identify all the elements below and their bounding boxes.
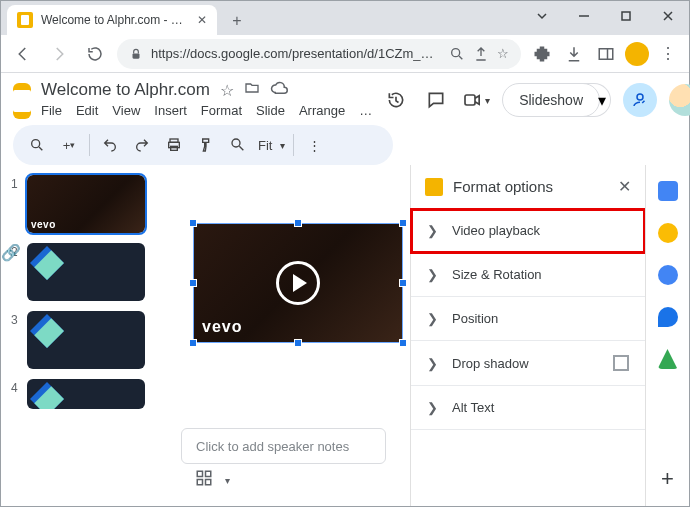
- slideshow-label: Slideshow: [519, 92, 583, 108]
- more-tools-icon[interactable]: ⋮: [302, 133, 326, 157]
- slide-number: 4: [11, 379, 21, 395]
- slides-header: Welcome to Alphr.com ☆ File Edit View In…: [1, 73, 689, 119]
- reload-button[interactable]: [81, 40, 109, 68]
- browser-profile-avatar[interactable]: [625, 42, 649, 66]
- slide-thumb-1[interactable]: 1 vevo: [11, 175, 145, 233]
- workspace: 🔗 1 vevo 2 3 4 vevo: [1, 165, 689, 506]
- resize-handle[interactable]: [189, 339, 197, 347]
- slide-thumb-2[interactable]: 2: [11, 243, 145, 301]
- paint-format-icon[interactable]: [194, 133, 218, 157]
- zoom-level[interactable]: Fit: [258, 138, 272, 153]
- grid-view-icon[interactable]: [195, 469, 213, 491]
- resize-handle[interactable]: [294, 339, 302, 347]
- resize-handle[interactable]: [399, 339, 407, 347]
- alt-text-row[interactable]: ❯ Alt Text: [411, 386, 645, 430]
- search-in-page-icon[interactable]: [449, 46, 465, 62]
- menu-view[interactable]: View: [112, 103, 140, 118]
- account-avatar[interactable]: [669, 84, 690, 116]
- menu-arrange[interactable]: Arrange: [299, 103, 345, 118]
- maximize-icon[interactable]: [609, 2, 643, 30]
- new-slide-icon[interactable]: +▾: [57, 133, 81, 157]
- slideshow-dropdown[interactable]: ▾: [583, 83, 611, 117]
- url-text: https://docs.google.com/presentation/d/1…: [151, 46, 441, 61]
- svg-rect-18: [206, 480, 211, 485]
- kebab-menu-icon[interactable]: ⋮: [655, 41, 681, 67]
- tab-title: Welcome to Alphr.com - Google: [41, 13, 189, 27]
- filmstrip: 🔗 1 vevo 2 3 4: [1, 165, 151, 506]
- keep-icon[interactable]: [658, 223, 678, 243]
- row-label: Video playback: [452, 223, 540, 238]
- meet-icon[interactable]: ▾: [462, 86, 490, 114]
- chevron-right-icon: ❯: [427, 356, 438, 371]
- vevo-logo-icon: vevo: [202, 318, 242, 336]
- menu-insert[interactable]: Insert: [154, 103, 187, 118]
- svg-rect-1: [622, 12, 630, 20]
- browser-tab[interactable]: Welcome to Alphr.com - Google ✕: [7, 5, 217, 35]
- minimize-icon[interactable]: [567, 2, 601, 30]
- bookmark-icon[interactable]: ☆: [497, 46, 509, 61]
- tasks-icon[interactable]: [658, 265, 678, 285]
- downloads-icon[interactable]: [561, 41, 587, 67]
- cloud-status-icon[interactable]: [270, 79, 288, 101]
- resize-handle[interactable]: [399, 219, 407, 227]
- format-options-panel: Format options ✕ ❯ Video playback ❯ Size…: [410, 165, 645, 506]
- slide-canvas[interactable]: vevo Click to add speaker notes ▾: [151, 165, 410, 506]
- new-tab-button[interactable]: +: [223, 7, 251, 35]
- drop-shadow-checkbox[interactable]: [613, 355, 629, 371]
- side-panel-icon[interactable]: [593, 41, 619, 67]
- slide-thumb-4[interactable]: 4: [11, 379, 145, 409]
- position-row[interactable]: ❯ Position: [411, 297, 645, 341]
- svg-rect-7: [465, 95, 475, 105]
- calendar-icon[interactable]: [658, 181, 678, 201]
- search-menus-icon[interactable]: [25, 133, 49, 157]
- close-tab-icon[interactable]: ✕: [197, 13, 207, 27]
- add-addon-icon[interactable]: +: [661, 466, 674, 506]
- menu-format[interactable]: Format: [201, 103, 242, 118]
- slides-favicon-icon: [17, 12, 33, 28]
- redo-icon[interactable]: [130, 133, 154, 157]
- resize-handle[interactable]: [294, 219, 302, 227]
- resize-handle[interactable]: [189, 279, 197, 287]
- slide-number: 3: [11, 311, 21, 327]
- extensions-icon[interactable]: [529, 41, 555, 67]
- selected-video[interactable]: vevo: [193, 223, 403, 343]
- undo-icon[interactable]: [98, 133, 122, 157]
- vevo-logo-icon: vevo: [31, 219, 56, 230]
- editor-toolbar: +▾ Fit▾ ⋮: [13, 125, 393, 165]
- comments-icon[interactable]: [422, 86, 450, 114]
- resize-handle[interactable]: [399, 279, 407, 287]
- doc-title[interactable]: Welcome to Alphr.com: [41, 80, 210, 100]
- star-icon[interactable]: ☆: [220, 81, 234, 100]
- row-label: Position: [452, 311, 498, 326]
- close-icon[interactable]: [651, 2, 685, 30]
- contacts-icon[interactable]: [658, 307, 678, 327]
- resize-handle[interactable]: [189, 219, 197, 227]
- chevron-down-icon[interactable]: [525, 2, 559, 30]
- drop-shadow-row[interactable]: ❯ Drop shadow: [411, 341, 645, 386]
- slides-app-icon[interactable]: [13, 83, 31, 119]
- browser-address-bar: https://docs.google.com/presentation/d/1…: [1, 35, 689, 73]
- video-playback-row[interactable]: ❯ Video playback: [411, 209, 645, 253]
- url-input[interactable]: https://docs.google.com/presentation/d/1…: [117, 39, 521, 69]
- size-rotation-row[interactable]: ❯ Size & Rotation: [411, 253, 645, 297]
- close-panel-icon[interactable]: ✕: [618, 177, 631, 196]
- menu-file[interactable]: File: [41, 103, 62, 118]
- history-icon[interactable]: [382, 86, 410, 114]
- play-icon[interactable]: [276, 261, 320, 305]
- share-page-icon[interactable]: [473, 46, 489, 62]
- menu-edit[interactable]: Edit: [76, 103, 98, 118]
- maps-icon[interactable]: [658, 349, 678, 369]
- share-button[interactable]: [623, 83, 657, 117]
- zoom-tool-icon[interactable]: [226, 133, 250, 157]
- browser-actions: ⋮: [529, 41, 681, 67]
- header-actions: ▾ Slideshow ▾: [382, 79, 690, 117]
- speaker-notes[interactable]: Click to add speaker notes: [181, 428, 386, 464]
- slide-thumb-3[interactable]: 3: [11, 311, 145, 369]
- forward-button[interactable]: [45, 40, 73, 68]
- menu-more[interactable]: …: [359, 103, 372, 118]
- move-icon[interactable]: [244, 80, 260, 100]
- back-button[interactable]: [9, 40, 37, 68]
- menu-slide[interactable]: Slide: [256, 103, 285, 118]
- print-icon[interactable]: [162, 133, 186, 157]
- speaker-notes-placeholder: Click to add speaker notes: [196, 439, 349, 454]
